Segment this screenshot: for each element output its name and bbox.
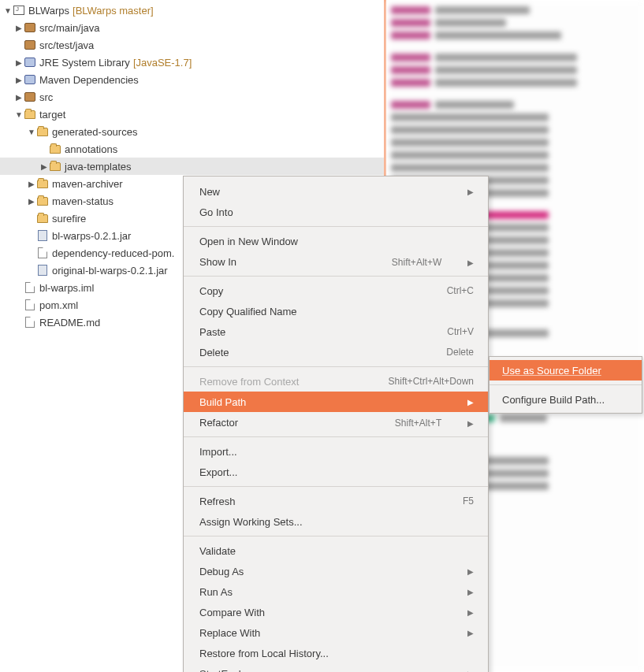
jar-icon [36,264,49,277]
tree-annotation: [JavaSE-1.7] [133,57,192,69]
xml-file-icon [36,247,49,259]
menu-label: Use as Source Folder [502,365,601,377]
menu-build-path[interactable]: Build Path▶ [184,392,488,412]
menu-label: Assign Working Sets... [199,516,303,528]
chevron-right-icon[interactable]: ▶ [14,58,24,67]
menu-separator [490,384,642,385]
menu-label: Validate [199,545,236,557]
submenu-arrow-icon: ▶ [467,608,474,617]
menu-label: Import... [199,446,237,458]
menu-delete[interactable]: DeleteDelete [184,342,488,362]
menu-remove-context: Remove from ContextShift+Ctrl+Alt+Down [184,371,488,392]
menu-export[interactable]: Export... [184,462,488,482]
menu-paste[interactable]: PasteCtrl+V [184,321,488,342]
tree-target[interactable]: ▼ target [0,106,384,123]
tree-maven-dep[interactable]: ▶ Maven Dependencies [0,71,384,88]
tree-label: README.md [39,317,100,329]
tree-src-main[interactable]: ▶ src/main/java [0,19,384,36]
chevron-right-icon[interactable]: ▶ [27,180,36,188]
submenu-arrow-icon: ▶ [465,419,474,428]
folder-open-icon [36,125,49,138]
chevron-down-icon[interactable]: ▼ [3,6,13,15]
submenu-arrow-icon: ▶ [467,670,474,673]
chevron-right-icon[interactable]: ▶ [14,93,24,102]
menu-label: Paste [199,326,225,338]
chevron-right-icon[interactable]: ▶ [39,162,49,171]
package-icon [24,91,36,103]
file-icon [24,281,36,294]
tree-label: original-bl-warps-0.2.1.jar [52,265,168,277]
menu-validate[interactable]: Validate [184,540,488,561]
submenu-arrow-icon: ▶ [467,187,474,196]
chevron-down-icon[interactable]: ▼ [14,110,24,119]
tree-label: bl-warps.iml [39,282,94,294]
tree-annotations[interactable]: annotations [0,140,384,158]
package-icon [24,39,36,51]
tree-label: Maven Dependencies [39,74,139,86]
menu-accel: F5 [463,496,474,507]
menu-label: Delete [199,347,229,358]
menu-go-into[interactable]: Go Into [184,202,488,222]
xml-file-icon [24,299,36,311]
menu-accel: Shift+Alt+T [395,418,441,429]
tree-label: surefire [52,213,86,225]
tree-label: src/test/java [39,39,94,51]
submenu-configure[interactable]: Configure Build Path... [490,389,642,410]
tree-label: dependency-reduced-pom. [52,247,174,259]
menu-label: Show In [199,256,236,268]
menu-accel: Delete [446,347,474,358]
tree-label: annotations [65,143,117,155]
menu-run-as[interactable]: Run As▶ [184,581,488,602]
tree-src-test[interactable]: src/test/java [0,36,384,54]
build-path-submenu[interactable]: Use as Source Folder Configure Build Pat… [489,356,642,414]
chevron-right-icon[interactable]: ▶ [14,24,24,32]
menu-refresh[interactable]: RefreshF5 [184,491,488,511]
submenu-use-as-source[interactable]: Use as Source Folder [490,360,642,381]
menu-start-explorer[interactable]: StartExplorer▶ [184,663,488,672]
menu-label: Refactor [199,417,238,429]
tree-label: bl-warps-0.2.1.jar [52,230,131,242]
tree-src[interactable]: ▶ src [0,88,384,106]
menu-new[interactable]: New▶ [184,181,488,202]
menu-label: Configure Build Path... [502,394,605,406]
library-icon [24,56,36,69]
menu-label: New [199,186,220,198]
menu-separator [184,276,488,277]
menu-accel: Shift+Alt+W [392,257,441,268]
tree-label: generated-sources [52,126,137,138]
jar-icon [36,229,49,242]
menu-open-new-window[interactable]: Open in New Window [184,231,488,251]
chevron-down-icon[interactable]: ▼ [27,128,36,136]
menu-label: Compare With [199,607,265,618]
library-icon [24,73,36,86]
menu-debug-as[interactable]: Debug As▶ [184,561,488,581]
tree-label: java-templates [65,161,132,173]
menu-copy-qualified[interactable]: Copy Qualified Name [184,301,488,321]
menu-import[interactable]: Import... [184,441,488,462]
tree-jre[interactable]: ▶ JRE System Library [JavaSE-1.7] [0,54,384,71]
menu-assign-working-sets[interactable]: Assign Working Sets... [184,511,488,532]
menu-restore-local[interactable]: Restore from Local History... [184,643,488,663]
chevron-right-icon[interactable]: ▶ [14,76,24,84]
menu-refactor[interactable]: RefactorShift+Alt+T ▶ [184,412,488,433]
submenu-arrow-icon: ▶ [467,588,474,596]
tree-project[interactable]: ▼ BLWarps [BLWarps master] [0,2,384,19]
tree-label: pom.xml [39,299,78,311]
menu-separator [184,226,488,227]
tree-generated-sources[interactable]: ▼ generated-sources [0,123,384,140]
menu-show-in[interactable]: Show InShift+Alt+W ▶ [184,251,488,272]
tree-java-templates[interactable]: ▶ java-templates [0,158,384,175]
menu-label: StartExplorer [199,668,259,673]
context-menu[interactable]: New▶ Go Into Open in New Window Show InS… [183,176,489,672]
menu-replace-with[interactable]: Replace With▶ [184,622,488,643]
menu-accel: Ctrl+V [447,326,474,337]
menu-compare-with[interactable]: Compare With▶ [184,602,488,622]
chevron-right-icon[interactable]: ▶ [27,197,36,206]
menu-label: Restore from Local History... [199,648,329,659]
tree-label: maven-archiver [52,178,123,190]
project-name: BLWarps [28,5,69,17]
package-icon [24,21,36,34]
tree-label: src/main/java [39,22,100,34]
menu-copy[interactable]: CopyCtrl+C [184,280,488,301]
menu-accel: Shift+Ctrl+Alt+Down [389,376,474,387]
